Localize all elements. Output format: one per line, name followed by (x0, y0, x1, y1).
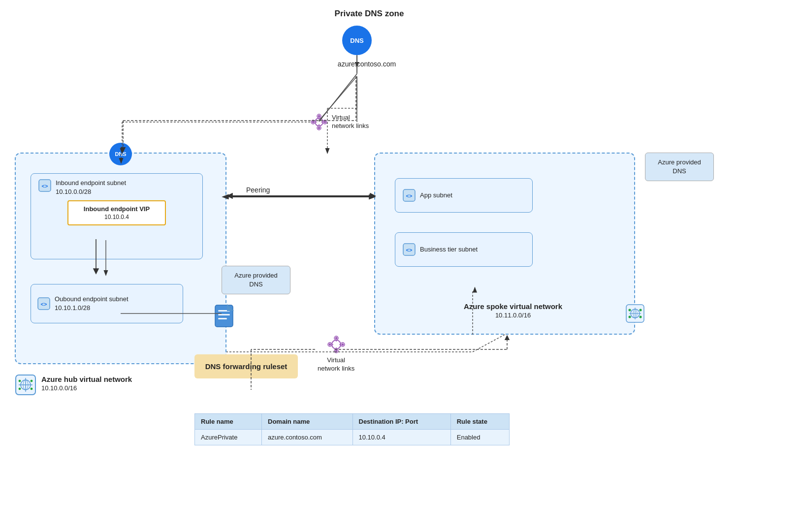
table-header-rule-name: Rule name (195, 414, 262, 430)
table-row: AzurePrivate azure.contoso.com 10.10.0.4… (195, 430, 510, 445)
inbound-subnet-title: Inbound endpoint subnet (56, 179, 126, 188)
svg-point-36 (640, 309, 642, 312)
dns-zone-icon: DNS (342, 26, 372, 55)
hub-dns-icon: DNS (109, 143, 132, 165)
business-subnet-icon: <> (402, 243, 416, 256)
svg-point-37 (629, 316, 631, 318)
svg-text:<>: <> (406, 247, 413, 253)
svg-text:<>: <> (42, 183, 48, 189)
inbound-subnet-ip: 10.10.0.0/28 (56, 188, 126, 196)
outbound-subnet-title: Oubound endpoint subnet (55, 295, 128, 304)
spoke-corner-icon (625, 304, 645, 325)
rules-table-container: Rule name Domain name Destination IP: Po… (194, 413, 510, 445)
vnet-links-bottom-label: Virtualnetwork links (318, 356, 354, 373)
app-subnet-box: <> App subnet (395, 178, 533, 213)
svg-point-23 (30, 379, 33, 382)
dns-zone-title: Private DNS zone (320, 9, 418, 19)
dns-doc-icon (214, 304, 234, 332)
dns-zone-domain: azure.contoso.com (322, 60, 412, 68)
azure-provided-dns-left: Azure provided DNS (222, 266, 290, 294)
svg-point-56 (328, 344, 331, 346)
vnet-link-icon-bottom (326, 335, 346, 354)
table-header-dest-ip: Destination IP: Port (353, 414, 450, 430)
svg-point-22 (18, 379, 21, 382)
business-subnet-box: <> Business tier subnet (395, 232, 533, 267)
outbound-subnet-box: <> Oubound endpoint subnet 10.10.1.0/28 (31, 284, 183, 323)
svg-point-9 (318, 115, 321, 118)
vnet-link-icon-top (310, 113, 328, 131)
spoke-vnet-title: Azure spoke virtual network (464, 301, 562, 312)
outbound-subnet-icon: <> (37, 297, 51, 311)
table-header-domain-name: Domain name (262, 414, 353, 430)
hub-vnet-box: DNS <> Inbound endpoint subnet 10.10.0.0… (15, 153, 226, 364)
outbound-subnet-text: Oubound endpoint subnet 10.10.1.0/28 (55, 295, 128, 313)
svg-line-70 (473, 335, 505, 352)
inbound-subnet-box: <> Inbound endpoint subnet 10.10.0.0/28 … (31, 173, 203, 259)
hub-vnet-title: Azure hub virtual network (41, 374, 132, 384)
svg-rect-42 (218, 318, 227, 319)
business-subnet-title: Business tier subnet (420, 245, 478, 254)
svg-point-10 (318, 127, 321, 129)
svg-point-54 (335, 337, 337, 340)
table-cell-dest-ip: 10.10.0.4 (353, 430, 450, 445)
table-cell-rule-state: Enabled (450, 430, 509, 445)
spoke-vnet-ip: 10.11.0.0/16 (464, 312, 562, 319)
svg-point-35 (629, 309, 631, 312)
diagram-container: Private DNS zone DNS azure.contoso.com V… (0, 0, 802, 532)
svg-point-25 (30, 387, 33, 390)
vip-title: Inbound endpoint VIP (73, 205, 160, 213)
svg-point-55 (335, 350, 337, 352)
vnet-links-top: Virtualnetwork links (310, 113, 369, 131)
hub-vnet-corner-icon (15, 374, 36, 396)
peering-label: Peering (246, 186, 270, 194)
svg-point-57 (341, 344, 344, 346)
svg-rect-41 (218, 314, 230, 315)
svg-point-38 (640, 316, 642, 318)
dns-forwarding-box: DNS forwarding ruleset (194, 354, 298, 378)
inbound-subnet-icon: <> (38, 179, 52, 192)
vip-ip: 10.10.0.4 (73, 214, 160, 220)
vnet-links-bottom: Virtualnetwork links (318, 335, 354, 373)
app-subnet-title: App subnet (420, 191, 452, 200)
table-cell-rule-name: AzurePrivate (195, 430, 262, 445)
spoke-vnet-label: Azure spoke virtual network 10.11.0.0/16 (464, 301, 562, 319)
hub-vnet-label-area: Azure hub virtual network 10.10.0.0/16 (15, 374, 132, 396)
inbound-subnet-text: Inbound endpoint subnet 10.10.0.0/28 (56, 179, 126, 196)
outbound-subnet-ip: 10.10.1.0/28 (55, 304, 128, 313)
rules-table: Rule name Domain name Destination IP: Po… (194, 413, 510, 445)
vnet-links-top-label: Virtualnetwork links (332, 114, 369, 130)
svg-text:<>: <> (41, 301, 47, 307)
table-header-rule-state: Rule state (450, 414, 509, 430)
azure-provided-dns-right: Azure provided DNS (645, 153, 714, 181)
svg-point-24 (18, 387, 21, 390)
svg-point-11 (312, 121, 315, 124)
spoke-vnet-box: <> App subnet <> Business tier subnet Az… (374, 153, 635, 335)
hub-vnet-label: Azure hub virtual network 10.10.0.0/16 (41, 374, 132, 392)
inbound-subnet-header: <> Inbound endpoint subnet 10.10.0.0/28 (38, 179, 195, 196)
vip-box: Inbound endpoint VIP 10.10.0.4 (67, 200, 166, 225)
hub-vnet-ip: 10.10.0.0/16 (41, 384, 132, 392)
app-subnet-icon: <> (402, 188, 416, 202)
svg-text:<>: <> (406, 193, 413, 199)
svg-point-12 (324, 121, 326, 124)
table-cell-domain: azure.contoso.com (262, 430, 353, 445)
